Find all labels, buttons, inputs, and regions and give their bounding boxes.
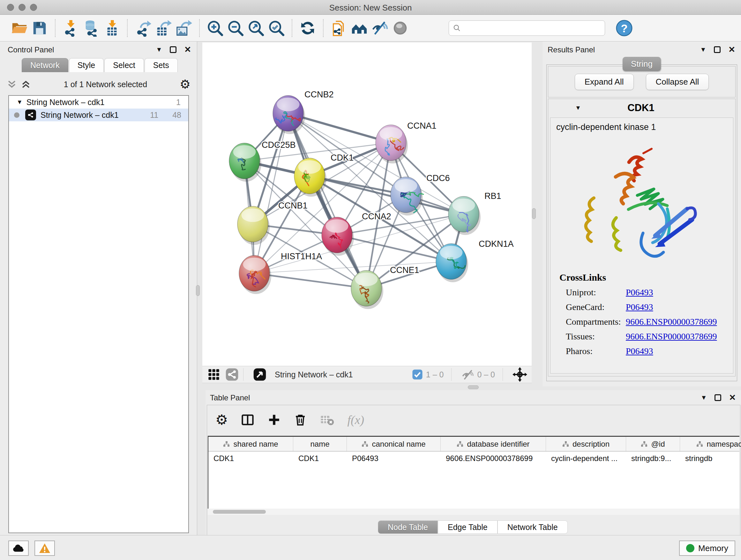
- table-menu-icon[interactable]: ▼: [700, 394, 707, 401]
- results-splitter-handle[interactable]: [532, 208, 536, 219]
- zoom-in-button[interactable]: [205, 18, 225, 38]
- table-row[interactable]: CDK1CDK1P064939606.ENSP00000378699cyclin…: [208, 451, 739, 466]
- apply-layout-button[interactable]: [297, 18, 318, 38]
- tab-string[interactable]: String: [623, 57, 661, 71]
- crosslink-link[interactable]: 9606.ENSP00000378699: [626, 317, 717, 327]
- crosslink-link[interactable]: 9606.ENSP00000378699: [626, 331, 717, 341]
- table-header-database-identifier[interactable]: database identifier: [441, 437, 546, 451]
- string-home-button[interactable]: [349, 18, 369, 38]
- table-options-gear-icon[interactable]: ⚙: [215, 413, 228, 427]
- table-cell[interactable]: P06493: [347, 451, 441, 466]
- export-image-button[interactable]: [174, 18, 194, 38]
- results-menu-icon[interactable]: ▼: [700, 46, 706, 53]
- show-columns-icon[interactable]: [241, 413, 255, 427]
- tab-network[interactable]: Network: [22, 58, 68, 72]
- table-cell[interactable]: CDK1: [208, 451, 293, 466]
- network-node[interactable]: [351, 270, 383, 309]
- import-table-file-button[interactable]: [102, 18, 122, 38]
- search-field[interactable]: [449, 20, 605, 36]
- network-canvas-area[interactable]: CCNB2CCNA1CDC25BCDK1CDC6RB1CCNB1CCNA2CDK…: [202, 43, 532, 366]
- hidden-eye-icon[interactable]: [461, 368, 474, 381]
- panel-close-icon[interactable]: ✕: [184, 45, 191, 55]
- protein-section-header[interactable]: ▼ CDK1: [548, 99, 735, 117]
- selected-checkbox-icon[interactable]: [412, 369, 423, 380]
- table-cell[interactable]: stringdb: [680, 451, 741, 466]
- table-close-icon[interactable]: ✕: [729, 393, 736, 402]
- network-collection-row[interactable]: ▼ String Network – cdk1 1: [9, 96, 188, 109]
- crosslink-link[interactable]: P06493: [626, 346, 653, 356]
- panel-menu-icon[interactable]: ▼: [156, 46, 162, 53]
- collection-expand-icon[interactable]: ▼: [17, 99, 23, 106]
- delete-column-icon[interactable]: [293, 413, 307, 427]
- save-session-button[interactable]: [29, 18, 50, 38]
- horizontal-splitter-handle[interactable]: [468, 385, 479, 389]
- table-header-description[interactable]: description: [546, 437, 626, 451]
- table-header--id[interactable]: @id: [626, 437, 680, 451]
- node-table[interactable]: shared namenamecanonical namedatabase id…: [208, 436, 739, 509]
- import-string-network-button[interactable]: [329, 18, 349, 38]
- vertical-splitter-handle[interactable]: [196, 285, 200, 296]
- results-close-icon[interactable]: ✕: [728, 45, 735, 55]
- tab-edge-table[interactable]: Edge Table: [438, 520, 497, 534]
- open-folder-icon: [10, 19, 28, 37]
- expand-all-button[interactable]: Expand All: [575, 74, 634, 90]
- search-input[interactable]: [461, 23, 601, 33]
- table-header-shared-name[interactable]: shared name: [208, 437, 293, 451]
- protein-expand-icon[interactable]: ▼: [575, 105, 581, 111]
- export-table-button[interactable]: [153, 18, 174, 38]
- results-float-icon[interactable]: [714, 46, 721, 53]
- table-float-icon[interactable]: [715, 394, 721, 401]
- collapse-all-button[interactable]: Collapse All: [646, 74, 709, 90]
- export-network-button[interactable]: [133, 18, 153, 38]
- network-edge[interactable]: [337, 235, 451, 261]
- show-hide-glass-button[interactable]: [369, 18, 390, 38]
- network-node[interactable]: [436, 244, 468, 282]
- network-node[interactable]: [448, 196, 481, 235]
- zoom-selected-button[interactable]: [266, 18, 286, 38]
- tab-sets[interactable]: Sets: [145, 58, 178, 72]
- network-overview-icon[interactable]: [225, 368, 239, 381]
- presentation-orb-button[interactable]: [390, 18, 410, 38]
- table-header-namespace[interactable]: namespace: [680, 437, 741, 451]
- create-column-icon[interactable]: [267, 413, 281, 427]
- network-node[interactable]: [294, 158, 327, 197]
- open-session-button[interactable]: [9, 18, 29, 38]
- network-node[interactable]: [238, 206, 270, 245]
- tab-style[interactable]: Style: [69, 58, 104, 72]
- table-cell[interactable]: cyclin-dependent ...: [546, 451, 626, 466]
- scrollbar-thumb[interactable]: [213, 510, 266, 514]
- warning-status-button[interactable]: [35, 541, 55, 556]
- tab-select[interactable]: Select: [105, 58, 144, 72]
- network-options-gear-icon[interactable]: ⚙: [180, 78, 191, 90]
- zoom-fit-button[interactable]: [246, 18, 266, 38]
- tab-node-table[interactable]: Node Table: [378, 520, 438, 534]
- network-edge[interactable]: [254, 113, 288, 273]
- network-node[interactable]: [376, 125, 408, 164]
- birdseye-view-icon[interactable]: [253, 368, 266, 381]
- table-header-canonical-name[interactable]: canonical name: [347, 437, 441, 451]
- help-button[interactable]: ?: [614, 18, 634, 38]
- table-cell[interactable]: 9606.ENSP00000378699: [441, 451, 546, 466]
- table-cell[interactable]: stringdb:9...: [626, 451, 680, 466]
- network-canvas[interactable]: CCNB2CCNA1CDC25BCDK1CDC6RB1CCNB1CCNA2CDK…: [202, 43, 532, 366]
- crosslink-link[interactable]: P06493: [626, 287, 653, 298]
- pan-crosshair-icon[interactable]: [513, 367, 527, 382]
- expand-all-icon[interactable]: [20, 79, 31, 90]
- table-header-name[interactable]: name: [293, 437, 347, 451]
- collapse-all-icon[interactable]: [6, 79, 17, 90]
- import-network-file-button[interactable]: [61, 18, 81, 38]
- tab-network-table[interactable]: Network Table: [497, 520, 568, 534]
- zoom-out-button[interactable]: [225, 18, 246, 38]
- network-row[interactable]: String Network – cdk1 11 48: [9, 109, 188, 121]
- crosslink-link[interactable]: P06493: [626, 302, 653, 312]
- network-node[interactable]: [273, 96, 305, 134]
- network-node[interactable]: [322, 217, 354, 256]
- network-node[interactable]: [391, 177, 423, 215]
- cloud-status-button[interactable]: [8, 541, 29, 556]
- memory-button[interactable]: Memory: [679, 541, 735, 556]
- table-cell[interactable]: CDK1: [293, 451, 347, 466]
- table-horizontal-scrollbar[interactable]: [208, 509, 739, 515]
- import-network-database-button[interactable]: [81, 18, 102, 38]
- panel-float-icon[interactable]: [170, 46, 177, 53]
- grid-view-icon[interactable]: [207, 368, 220, 381]
